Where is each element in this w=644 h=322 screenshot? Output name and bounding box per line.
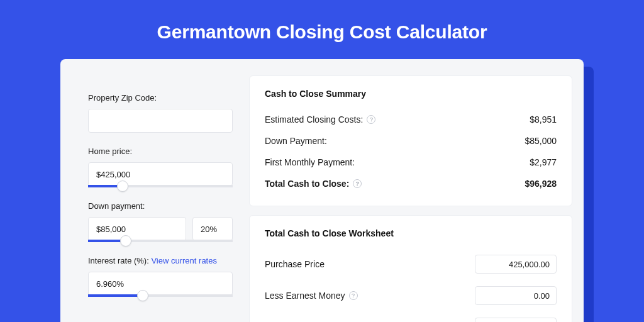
interest-rate-label-text: Interest rate (%): xyxy=(88,256,151,265)
home-price-slider[interactable] xyxy=(88,185,233,187)
down-payment-label: Down payment: xyxy=(88,201,233,211)
down-payment-slider[interactable] xyxy=(88,240,233,242)
results-panel: Cash to Close Summary Estimated Closing … xyxy=(249,75,572,322)
help-icon[interactable]: ? xyxy=(367,115,375,124)
summary-row-value: $2,977 xyxy=(530,157,557,167)
home-price-field: Home price: xyxy=(88,147,233,187)
summary-row-label-text: Estimated Closing Costs: xyxy=(265,114,363,125)
down-payment-pct-input[interactable] xyxy=(192,217,233,241)
summary-row-label: Total Cash to Close:? xyxy=(265,179,362,189)
worksheet-row-label-text: Less Earnest Money xyxy=(265,291,345,301)
worksheet-row-label: Less Earnest Money? xyxy=(265,291,358,301)
summary-row: Down Payment:$85,000 xyxy=(265,130,557,152)
worksheet-title: Total Cash to Close Worksheet xyxy=(265,228,557,238)
home-price-label: Home price: xyxy=(88,147,233,156)
page-title: Germantown Closing Cost Calculator xyxy=(0,0,644,58)
calculator-card: Property Zip Code: Home price: Down paym… xyxy=(60,59,584,322)
summary-row: First Monthly Payment:$2,977 xyxy=(265,152,557,173)
zip-input[interactable] xyxy=(88,109,233,133)
interest-rate-input[interactable] xyxy=(88,272,233,296)
summary-row-label-text: Total Cash to Close: xyxy=(265,179,349,189)
home-price-input[interactable] xyxy=(88,162,233,186)
summary-panel: Cash to Close Summary Estimated Closing … xyxy=(249,75,572,206)
interest-rate-slider-fill xyxy=(88,294,143,297)
worksheet-row-input[interactable] xyxy=(475,255,557,274)
worksheet-row: Purchase Price xyxy=(265,248,557,280)
summary-row: Estimated Closing Costs:?$8,951 xyxy=(265,109,557,130)
interest-rate-label: Interest rate (%): View current rates xyxy=(88,256,233,265)
worksheet-row-label: Purchase Price xyxy=(265,259,325,269)
summary-row-label-text: First Monthly Payment: xyxy=(265,157,355,167)
worksheet-panel: Total Cash to Close Worksheet Purchase P… xyxy=(249,215,572,322)
summary-row-label: Estimated Closing Costs:? xyxy=(265,114,375,125)
summary-row-value: $85,000 xyxy=(525,136,557,146)
interest-rate-slider-thumb[interactable] xyxy=(137,290,148,301)
summary-row-label-text: Down Payment: xyxy=(265,136,327,146)
help-icon[interactable]: ? xyxy=(353,179,362,188)
down-payment-field: Down payment: xyxy=(88,201,233,242)
zip-label: Property Zip Code: xyxy=(88,93,233,103)
home-price-slider-thumb[interactable] xyxy=(117,180,128,192)
inputs-panel: Property Zip Code: Home price: Down paym… xyxy=(72,75,249,322)
view-current-rates-link[interactable]: View current rates xyxy=(151,256,217,265)
summary-row-value: $96,928 xyxy=(525,179,557,189)
down-payment-slider-thumb[interactable] xyxy=(120,235,131,247)
zip-field: Property Zip Code: xyxy=(88,93,233,133)
worksheet-row-input[interactable] xyxy=(475,286,557,305)
worksheet-row-input[interactable] xyxy=(475,318,557,322)
worksheet-row: Total Mortgage Loan Amount xyxy=(265,311,557,322)
interest-rate-slider[interactable] xyxy=(88,294,233,297)
worksheet-row: Less Earnest Money? xyxy=(265,280,557,311)
summary-row: Total Cash to Close:?$96,928 xyxy=(265,173,557,194)
summary-row-value: $8,951 xyxy=(530,114,557,125)
interest-rate-field: Interest rate (%): View current rates xyxy=(88,256,233,297)
summary-row-label: Down Payment: xyxy=(265,136,327,146)
down-payment-input[interactable] xyxy=(88,217,186,241)
help-icon[interactable]: ? xyxy=(349,291,358,300)
summary-row-label: First Monthly Payment: xyxy=(265,157,355,167)
summary-title: Cash to Close Summary xyxy=(265,89,557,99)
worksheet-row-label-text: Purchase Price xyxy=(265,259,325,269)
